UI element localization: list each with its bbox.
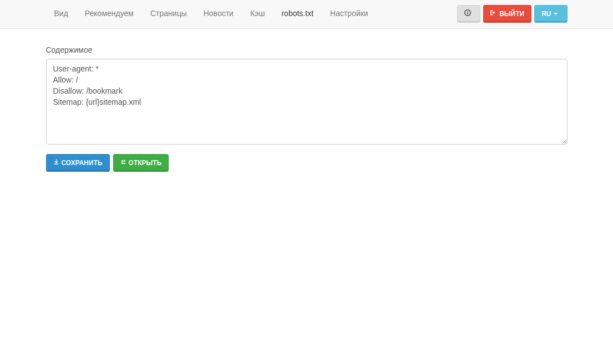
svg-rect-3 (54, 163, 58, 164)
svg-rect-1 (467, 12, 468, 14)
nav-item-settings[interactable]: Настройки (322, 0, 377, 27)
open-button[interactable]: Открыть (113, 154, 169, 172)
content-label: Содержимое (46, 45, 568, 54)
top-navbar: Вид Рекомендуем Страницы Новости Кэш rob… (0, 0, 613, 29)
external-link-icon (120, 158, 129, 168)
nav-item-recommend[interactable]: Рекомендуем (77, 0, 142, 27)
info-button[interactable] (457, 5, 480, 23)
nav-item-cache[interactable]: Кэш (242, 0, 273, 27)
nav-tabs: Вид Рекомендуем Страницы Новости Кэш rob… (46, 0, 377, 27)
action-row: Сохранить Открыть (46, 154, 568, 172)
language-button[interactable]: RU (534, 5, 567, 23)
logout-button[interactable]: Выйти (483, 5, 531, 23)
save-button[interactable]: Сохранить (46, 154, 110, 172)
save-label: Сохранить (62, 158, 103, 168)
chevron-down-icon (554, 13, 558, 15)
main-content: Содержимое Сохранить Открыть (46, 29, 568, 188)
open-label: Открыть (129, 158, 162, 168)
svg-rect-2 (467, 11, 468, 12)
nav-item-pages[interactable]: Страницы (142, 0, 195, 27)
logout-label: Выйти (499, 9, 524, 19)
nav-item-robots[interactable]: robots.txt (273, 0, 322, 27)
nav-item-view[interactable]: Вид (46, 0, 77, 27)
info-icon (464, 9, 473, 19)
nav-item-news[interactable]: Новости (195, 0, 242, 27)
download-icon (53, 158, 62, 168)
robots-textarea[interactable] (46, 59, 568, 145)
language-label: RU (541, 9, 551, 19)
signout-icon (490, 9, 499, 19)
